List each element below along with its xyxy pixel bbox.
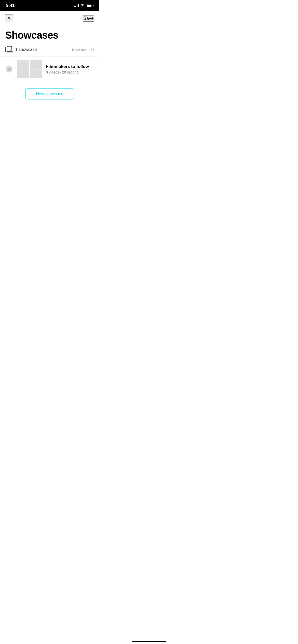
showcase-separator: · (60, 70, 62, 74)
battery-icon (86, 4, 93, 7)
check-circle (6, 66, 12, 72)
showcase-age: 20 second... (62, 70, 82, 74)
close-button[interactable]: × (5, 14, 13, 22)
chevron-down-icon: ▾ (93, 48, 94, 51)
status-bar: 9:41 (0, 0, 99, 11)
status-time: 9:41 (6, 3, 15, 8)
nav-bar: × Save (0, 11, 99, 25)
showcase-name: Filmmakers to follow (46, 64, 94, 69)
status-icons (74, 4, 93, 7)
page-title: Showcases (5, 30, 94, 41)
showcase-thumbnail (17, 60, 42, 78)
new-showcase-button[interactable]: New showcase (25, 88, 74, 99)
thumb-cell-3 (30, 69, 42, 78)
showcase-videos: 0 videos (46, 70, 59, 74)
save-button[interactable]: Save (83, 15, 94, 22)
sort-label: Date added (72, 48, 92, 52)
new-showcase-section: New showcase (0, 82, 99, 106)
showcase-info: Filmmakers to follow 0 videos · 20 secon… (46, 64, 94, 74)
check-icon (7, 67, 11, 71)
count-row: 1 showcase Date added ▾ (0, 46, 99, 56)
check-area[interactable] (5, 66, 13, 72)
showcase-item[interactable]: Filmmakers to follow 0 videos · 20 secon… (0, 56, 99, 82)
showcase-meta: 0 videos · 20 second... (46, 70, 94, 74)
thumb-cell-2 (30, 60, 42, 69)
showcase-list: Filmmakers to follow 0 videos · 20 secon… (0, 56, 99, 82)
thumb-cell-1 (17, 60, 29, 78)
wifi-icon (80, 4, 85, 7)
sort-button[interactable]: Date added ▾ (72, 48, 94, 52)
count-left: 1 showcase (5, 46, 37, 53)
showcase-add-icon (5, 46, 13, 53)
page-title-section: Showcases (0, 25, 99, 46)
showcase-count: 1 showcase (15, 47, 37, 52)
signal-icon (74, 4, 79, 7)
